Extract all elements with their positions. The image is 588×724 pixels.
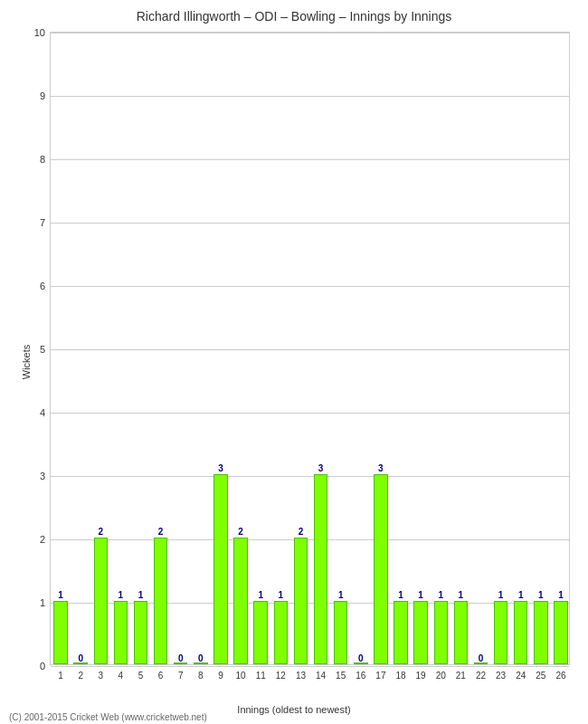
bar-14	[314, 474, 327, 664]
x-tick-7: 7	[178, 671, 184, 681]
bar-value-25: 1	[536, 590, 546, 600]
x-tick-17: 17	[375, 671, 385, 681]
bar-value-8: 0	[195, 653, 206, 663]
bar-24	[514, 601, 527, 664]
bar-value-19: 1	[415, 590, 426, 600]
bar-value-10: 2	[235, 527, 246, 537]
x-tick-16: 16	[356, 671, 365, 681]
x-tick-1: 1	[58, 671, 63, 681]
bar-value-15: 1	[336, 590, 346, 600]
x-tick-22: 22	[476, 671, 486, 681]
bar-value-21: 1	[455, 590, 466, 600]
x-tick-18: 18	[395, 671, 405, 681]
bar-value-24: 1	[516, 590, 526, 600]
x-tick-21: 21	[456, 671, 466, 681]
bar-3	[94, 538, 108, 664]
bar-5	[134, 601, 147, 664]
chart-container: Richard Illingworth – ODI – Bowling – In…	[0, 0, 588, 724]
bar-value-6: 2	[156, 527, 166, 537]
bar-value-20: 1	[435, 590, 446, 600]
bar-13	[294, 538, 308, 664]
bar-value-22: 0	[475, 653, 486, 663]
bar-value-2: 0	[75, 653, 86, 663]
bar-value-23: 1	[496, 590, 507, 600]
x-tick-8: 8	[198, 671, 204, 681]
bar-value-7: 0	[175, 653, 186, 663]
x-tick-26: 26	[555, 671, 565, 681]
bar-value-14: 3	[316, 463, 327, 473]
x-tick-4: 4	[119, 671, 124, 681]
bar-4	[114, 601, 128, 664]
x-tick-5: 5	[138, 671, 144, 681]
bar-value-9: 3	[215, 463, 226, 473]
x-tick-6: 6	[158, 671, 164, 681]
bar-value-26: 1	[555, 590, 566, 600]
bar-15	[334, 601, 347, 664]
x-tick-24: 24	[516, 671, 526, 681]
bar-value-11: 1	[255, 590, 266, 600]
x-axis-label: Innings (oldest to newest)	[237, 704, 350, 715]
bar-value-4: 1	[115, 590, 126, 600]
bar-18	[394, 601, 407, 664]
x-tick-2: 2	[78, 671, 83, 681]
bar-11	[253, 601, 267, 664]
bar-17	[374, 474, 387, 664]
x-tick-25: 25	[536, 671, 545, 681]
x-tick-13: 13	[296, 671, 306, 681]
bar-value-16: 0	[356, 653, 366, 663]
bar-10	[233, 538, 247, 664]
bar-value-18: 1	[395, 590, 406, 600]
chart-area: 0123456789101102231415260708392101111122…	[50, 32, 570, 665]
bar-value-5: 1	[136, 590, 147, 600]
x-tick-19: 19	[416, 671, 426, 681]
bar-6	[154, 538, 167, 664]
bar-25	[534, 601, 547, 664]
x-tick-15: 15	[336, 671, 346, 681]
x-tick-10: 10	[236, 671, 246, 681]
x-tick-14: 14	[316, 671, 326, 681]
bar-value-13: 2	[295, 527, 306, 537]
bar-value-1: 1	[55, 590, 66, 600]
bar-value-3: 2	[95, 527, 106, 537]
x-tick-20: 20	[436, 671, 446, 681]
x-tick-3: 3	[99, 671, 104, 681]
x-tick-11: 11	[256, 671, 266, 681]
x-tick-12: 12	[276, 671, 286, 681]
x-tick-23: 23	[496, 671, 506, 681]
bar-20	[434, 601, 448, 664]
x-tick-9: 9	[218, 671, 223, 681]
y-axis-label: Wickets	[21, 345, 32, 380]
bar-9	[213, 474, 227, 664]
bar-1	[53, 601, 67, 664]
bar-value-17: 3	[375, 463, 386, 473]
bar-12	[274, 601, 288, 664]
footer-text: (C) 2001-2015 Cricket Web (www.cricketwe…	[9, 712, 207, 722]
bar-21	[454, 601, 468, 664]
bar-value-12: 1	[275, 590, 286, 600]
bar-19	[413, 601, 427, 664]
bar-26	[554, 601, 567, 664]
chart-title: Richard Illingworth – ODI – Bowling – In…	[0, 0, 588, 28]
bar-23	[494, 601, 507, 664]
